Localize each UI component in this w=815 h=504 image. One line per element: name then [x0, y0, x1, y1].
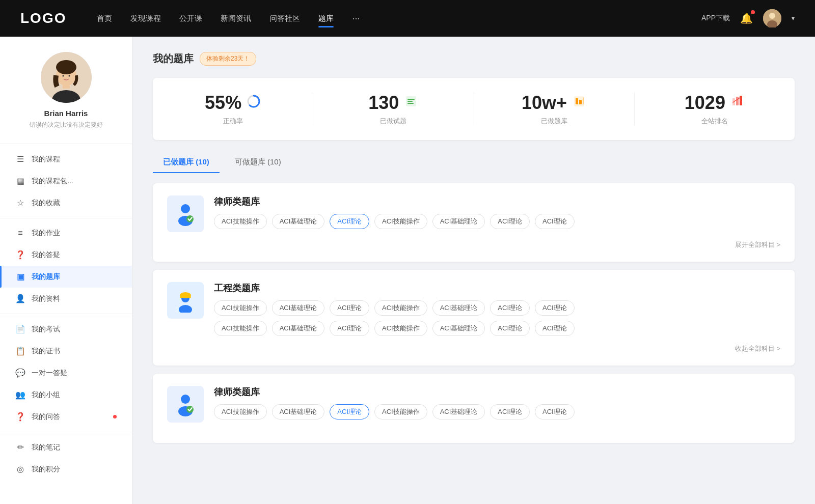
notification-bell[interactable]: 🔔 — [740, 12, 753, 24]
sidebar-item-my-cert[interactable]: 📋 我的证书 — [0, 340, 132, 362]
my-exam-label: 我的考试 — [32, 325, 117, 334]
eng-tag-1[interactable]: ACI基础理论 — [272, 300, 325, 316]
l2-tag-4[interactable]: ACI基础理论 — [432, 404, 485, 419]
my-group-icon: 👥 — [15, 390, 25, 400]
sidebar-item-my-course-pkg[interactable]: ▦ 我的课程包... — [0, 170, 132, 192]
eng-tag2-3[interactable]: ACI技能操作 — [374, 321, 427, 336]
nav-home[interactable]: 首页 — [97, 12, 112, 25]
user-chevron[interactable]: ▾ — [792, 15, 795, 22]
stat-done-banks: 10w+ 已做题库 — [474, 92, 635, 126]
qbank-lawyer-1-info: 律师类题库 ACI技能操作 ACI基础理论 ACI理论 ACI技能操作 ACI基… — [214, 195, 575, 229]
main-content: 我的题库 体验剩余23天！ 55% 正确率 — [132, 37, 815, 504]
my-points-icon: ◎ — [15, 464, 25, 474]
qbank-lawyer-1-tags: ACI技能操作 ACI基础理论 ACI理论 ACI技能操作 ACI基础理论 AC… — [214, 214, 575, 229]
sidebar-divider-3 — [0, 314, 132, 314]
sidebar-item-my-group[interactable]: 👥 我的小组 — [0, 384, 132, 406]
l2-tag-6[interactable]: ACI理论 — [535, 404, 575, 419]
my-qbank-label: 我的题库 — [32, 272, 117, 282]
qbank-lawyer-2-header: 律师类题库 ACI技能操作 ACI基础理论 ACI理论 ACI技能操作 ACI基… — [167, 386, 780, 423]
eng-tag-2[interactable]: ACI理论 — [330, 300, 369, 316]
nav-more[interactable]: ··· — [352, 13, 360, 24]
user-avatar[interactable] — [763, 9, 781, 27]
engineer-icon — [173, 288, 198, 313]
tag-6[interactable]: ACI理论 — [535, 214, 575, 229]
my-answers-label: 我的问答 — [32, 412, 111, 422]
l2-tag-1[interactable]: ACI基础理论 — [272, 404, 325, 419]
nav-qa[interactable]: 问答社区 — [269, 12, 300, 25]
tag-5[interactable]: ACI理论 — [490, 214, 530, 229]
my-notes-icon: ✏ — [15, 442, 25, 452]
sidebar-item-my-answers[interactable]: ❓ 我的问答 — [0, 406, 132, 428]
my-answers-icon: ❓ — [15, 412, 25, 422]
sidebar-divider-2 — [0, 218, 132, 218]
eng-tag2-5[interactable]: ACI理论 — [490, 321, 530, 336]
sidebar-item-my-course[interactable]: ☰ 我的课程 — [0, 148, 132, 170]
sidebar-item-my-favorites[interactable]: ☆ 我的收藏 — [0, 192, 132, 214]
page-header: 我的题库 体验剩余23天！ — [153, 52, 795, 66]
l2-tag-2-active[interactable]: ACI理论 — [330, 404, 369, 419]
eng-tag2-4[interactable]: ACI基础理论 — [432, 321, 485, 336]
eng-tag2-2[interactable]: ACI理论 — [330, 321, 369, 336]
my-questions-label: 我的答疑 — [32, 250, 117, 260]
collapse-link-engineer[interactable]: 收起全部科目 > — [167, 344, 780, 353]
stat-done-banks-label: 已做题库 — [484, 117, 624, 126]
eng-tag-4[interactable]: ACI基础理论 — [432, 300, 485, 316]
qbank-engineer-info: 工程类题库 ACI技能操作 ACI基础理论 ACI理论 ACI技能操作 ACI基… — [214, 282, 780, 336]
my-data-label: 我的资料 — [32, 294, 117, 303]
sidebar-divider-1 — [0, 144, 132, 144]
eng-tag-0[interactable]: ACI技能操作 — [214, 300, 267, 316]
tag-0[interactable]: ACI技能操作 — [214, 214, 267, 229]
eng-tag-3[interactable]: ACI技能操作 — [374, 300, 427, 316]
nav-qbank[interactable]: 题库 — [318, 12, 334, 25]
tag-4[interactable]: ACI基础理论 — [432, 214, 485, 229]
eng-tag-5[interactable]: ACI理论 — [490, 300, 530, 316]
nav-news[interactable]: 新闻资讯 — [221, 12, 251, 25]
svg-rect-17 — [576, 98, 578, 104]
app-download[interactable]: APP下载 — [701, 14, 730, 23]
sidebar-item-my-exam[interactable]: 📄 我的考试 — [0, 318, 132, 340]
svg-rect-29 — [180, 296, 191, 298]
svg-rect-21 — [736, 97, 739, 105]
eng-tag-6[interactable]: ACI理论 — [535, 300, 575, 316]
eng-tag2-1[interactable]: ACI基础理论 — [272, 321, 325, 336]
sidebar-item-my-data[interactable]: 👤 我的资料 — [0, 288, 132, 310]
qbank-engineer-tags-row1: ACI技能操作 ACI基础理论 ACI理论 ACI技能操作 ACI基础理论 AC… — [214, 300, 780, 316]
sidebar-item-my-qbank[interactable]: ▣ 我的题库 — [0, 266, 132, 288]
stat-done-banks-top: 10w+ — [484, 92, 624, 114]
nav-links: 首页 发现课程 公开课 新闻资讯 问答社区 题库 ··· — [97, 12, 701, 25]
svg-rect-15 — [408, 103, 414, 104]
sidebar-item-my-points[interactable]: ◎ 我的积分 — [0, 458, 132, 480]
expand-link-lawyer-1[interactable]: 展开全部科目 > — [167, 240, 780, 249]
nav-open-course[interactable]: 公开课 — [179, 12, 202, 25]
l2-tag-0[interactable]: ACI技能操作 — [214, 404, 267, 419]
tab-available-banks[interactable]: 可做题库 (10) — [225, 152, 291, 173]
eng-tag2-6[interactable]: ACI理论 — [535, 321, 575, 336]
svg-point-31 — [181, 395, 190, 404]
one-on-one-label: 一对一答疑 — [32, 369, 117, 378]
sidebar-item-my-questions[interactable]: ❓ 我的答疑 — [0, 244, 132, 266]
my-exam-icon: 📄 — [15, 324, 25, 334]
qbank-lawyer-1-title: 律师类题库 — [214, 195, 575, 208]
my-group-label: 我的小组 — [32, 390, 117, 400]
stat-done-questions-top: 130 — [323, 92, 463, 114]
bell-badge — [751, 10, 755, 14]
qbank-lawyer-1-icon-wrap — [167, 195, 204, 232]
stat-accuracy-top: 55% — [163, 92, 303, 114]
my-cert-label: 我的证书 — [32, 347, 117, 356]
tag-3[interactable]: ACI技能操作 — [374, 214, 427, 229]
stat-done-questions-label: 已做试题 — [323, 117, 463, 126]
my-course-pkg-icon: ▦ — [15, 176, 25, 186]
tab-done-banks[interactable]: 已做题库 (10) — [153, 152, 220, 173]
profile-motto: 错误的决定比没有决定要好 — [30, 121, 103, 129]
sidebar-item-my-notes[interactable]: ✏ 我的笔记 — [0, 436, 132, 458]
sidebar-item-one-on-one[interactable]: 💬 一对一答疑 — [0, 362, 132, 384]
eng-tag2-0[interactable]: ACI技能操作 — [214, 321, 267, 336]
answers-red-dot — [113, 415, 117, 418]
tag-1[interactable]: ACI基础理论 — [272, 214, 325, 229]
qbank-lawyer-1-header: 律师类题库 ACI技能操作 ACI基础理论 ACI理论 ACI技能操作 ACI基… — [167, 195, 780, 232]
l2-tag-3[interactable]: ACI技能操作 — [374, 404, 427, 419]
l2-tag-5[interactable]: ACI理论 — [490, 404, 530, 419]
tag-2-active[interactable]: ACI理论 — [330, 214, 369, 229]
nav-discover[interactable]: 发现课程 — [130, 12, 161, 25]
sidebar-item-my-homework[interactable]: ≡ 我的作业 — [0, 222, 132, 244]
